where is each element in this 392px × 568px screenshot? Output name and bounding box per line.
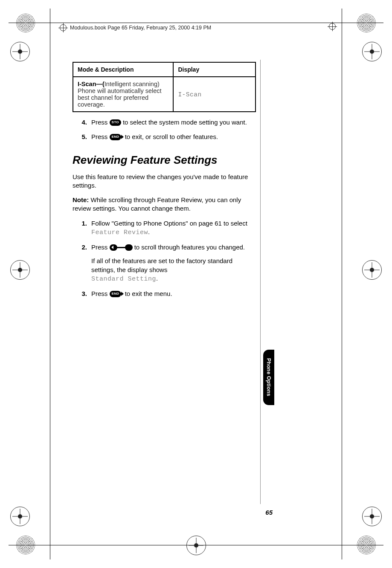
step-number: 1. [73,219,91,238]
running-head: Modulous.book Page 65 Friday, February 2… [60,23,332,32]
mode-description: Phone will automatically select best cha… [78,87,168,108]
side-tab: Phone Options [263,350,274,405]
section-intro: Use this feature to review the changes y… [73,173,256,190]
step-3: 3. Press END to exit the menu. [73,290,256,298]
section-heading: Reviewing Feature Settings [73,154,256,167]
step-number: 3. [73,290,91,298]
ornament-icon [357,14,376,32]
step-2: 2. Press to scroll through features you … [73,243,256,284]
note-label: Note: [73,196,89,203]
registration-target-icon [10,260,30,280]
text: Press [91,119,110,126]
text: Press [91,290,110,297]
step-number: 5. [73,133,91,141]
step-body: Press to scroll through features you cha… [91,243,256,284]
registration-target-icon [362,507,382,526]
step-paragraph: If all of the features are set to the fa… [91,257,256,284]
ornament-icon [16,14,35,32]
display-value: I-Scan [178,91,201,98]
crop-tick-icon [60,24,67,31]
registration-target-icon [362,260,382,280]
crop-mark-left [50,9,50,559]
step-body: Press END to exit, or scroll to other fe… [91,133,256,141]
text: Follow "Getting to Phone Options" on pag… [91,220,247,227]
page-number: 65 [265,509,273,516]
step-number: 2. [73,243,91,284]
table-cell-mode: I-Scan—(Intelligent scanning) Phone will… [73,77,173,112]
steps-continued: 4. Press STO to select the system mode s… [73,118,256,142]
page-content: Mode & Description Display I-Scan—(Intel… [73,62,256,304]
section-note: Note: While scrolling through Feature Re… [73,196,256,213]
text: to exit, or scroll to other features. [125,133,218,140]
end-key-icon: END [110,134,122,140]
mode-label: I-Scan—( [78,81,105,87]
text: Press [91,133,110,140]
steps-review: 1. Follow "Getting to Phone Options" on … [73,219,256,298]
sto-key-icon: STO [110,119,121,126]
crop-mark-right [342,9,342,559]
note-body: While scrolling through Feature Review, … [73,196,241,212]
table-header-mode: Mode & Description [73,62,173,77]
table-header-display: Display [173,62,256,77]
registration-target-icon [186,536,206,555]
text: to scroll through features you changed. [134,243,245,251]
crop-tick-icon [329,23,336,30]
step-1: 1. Follow "Getting to Phone Options" on … [73,219,256,238]
running-head-text: Modulous.book Page 65 Friday, February 2… [70,25,211,31]
table-row: I-Scan—(Intelligent scanning) Phone will… [73,77,256,112]
text: . [156,275,158,282]
text: . [148,228,150,235]
table-cell-display: I-Scan [173,77,256,112]
lcd-text: Standard Setting [91,275,156,283]
registration-target-icon [10,42,30,61]
mode-table: Mode & Description Display I-Scan—(Intel… [73,62,256,112]
step-5: 5. Press END to exit, or scroll to other… [73,133,256,141]
lcd-text: Feature Review [91,229,148,236]
step-body: Follow "Getting to Phone Options" on pag… [91,219,256,238]
text: If all of the features are set to the fa… [91,257,232,273]
registration-target-icon [10,507,30,526]
ornament-icon [357,536,376,554]
step-body: Press END to exit the menu. [91,290,256,298]
step-4: 4. Press STO to select the system mode s… [73,118,256,127]
end-key-icon: END [110,291,122,297]
step-number: 4. [73,118,91,127]
nav-key-icon [110,244,133,251]
mode-paren: Intelligent scanning) [105,81,160,87]
gutter-line [260,60,261,504]
text: Press [91,243,110,251]
text: to exit the menu. [125,290,172,297]
ornament-icon [16,536,35,554]
registration-target-icon [362,42,382,61]
step-body: Press STO to select the system mode sett… [91,118,256,127]
text: to select the system mode setting you wa… [123,119,247,126]
